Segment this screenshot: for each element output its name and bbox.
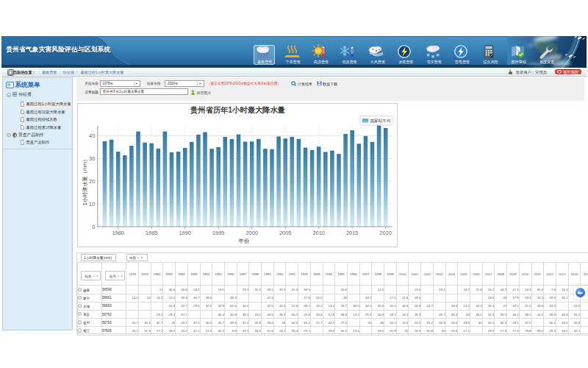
svg-text:1985: 1985 (145, 230, 157, 236)
svg-text:❄: ❄ (431, 54, 434, 59)
svg-text:2015: 2015 (345, 230, 357, 236)
svg-text:0: 0 (92, 224, 95, 230)
svg-text:1990: 1990 (179, 230, 190, 236)
svg-text:2005: 2005 (279, 230, 290, 236)
svg-text:国家站平均: 国家站平均 (370, 118, 390, 124)
svg-text:40: 40 (89, 132, 95, 139)
svg-text:1995: 1995 (212, 230, 223, 236)
svg-text:2010: 2010 (312, 230, 324, 236)
svg-text:年份: 年份 (237, 238, 249, 244)
svg-text:20: 20 (89, 178, 95, 185)
svg-text:❄: ❄ (426, 53, 430, 57)
svg-text:2020: 2020 (379, 230, 391, 236)
svg-text:2000: 2000 (245, 230, 257, 236)
svg-text:❄: ❄ (436, 53, 440, 57)
svg-text:30: 30 (89, 155, 95, 162)
svg-text:1小时降水量（mm）: 1小时降水量（mm） (82, 157, 88, 205)
svg-text:10: 10 (89, 201, 95, 208)
svg-text:1980: 1980 (112, 230, 123, 236)
